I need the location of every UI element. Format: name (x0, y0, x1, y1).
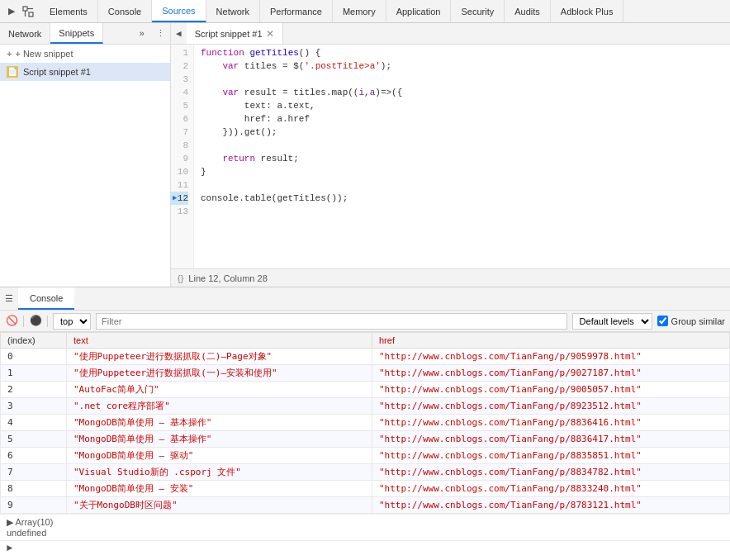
col-header-href: href (372, 333, 730, 349)
line-num-3: 3 (171, 73, 188, 86)
code-line-12: console.table(getTitles()); (201, 192, 730, 205)
line-num-2: 2 (171, 59, 188, 73)
tab-audits[interactable]: Audits (505, 0, 551, 22)
code-content[interactable]: function getTitles() { var titles = $('.… (194, 45, 730, 268)
console-tab[interactable]: Console (18, 287, 74, 310)
sidebar-tabs: Network Snippets » ⋮ (0, 23, 170, 45)
line-num-7: 7 (171, 126, 188, 139)
sidebar-tab-more[interactable]: » (132, 23, 151, 44)
sidebar-menu-icon[interactable]: ⋮ (151, 23, 170, 44)
table-row: 5 "MongoDB简单使用 — 基本操作" "http://www.cnblo… (1, 431, 730, 448)
code-line-5: text: a.text, (201, 99, 730, 112)
code-tab-active[interactable]: Script snippet #1 ✕ (187, 23, 283, 44)
tab-console[interactable]: Console (98, 0, 152, 22)
cell-href: "http://www.cnblogs.com/TianFang/p/90050… (372, 382, 730, 398)
snippet-item[interactable]: 📄 Script snippet #1 (0, 63, 170, 81)
line-num-9: 9 (171, 152, 188, 165)
status-text: Line 12, Column 28 (188, 273, 267, 283)
tab-adblock[interactable]: Adblock Plus (551, 0, 624, 22)
tab-memory[interactable]: Memory (333, 0, 386, 22)
console-area: ☰ Console 🚫 ⚫ top Default levels Group s… (0, 287, 730, 560)
line-numbers: 1 2 3 4 5 6 7 8 9 10 11 12 13 (171, 45, 194, 268)
code-line-9: return result; (201, 152, 730, 165)
cell-index: 2 (1, 382, 67, 398)
cell-text: "MongoDB简单使用 — 驱动" (67, 448, 372, 464)
console-output: (index) text href 0 "使用Puppeteer进行数据抓取(二… (0, 332, 730, 560)
table-row: 7 "Visual Studio新的 .csporj 文件" "http://w… (1, 464, 730, 481)
code-line-11 (201, 178, 730, 192)
line-num-10: 10 (171, 165, 188, 178)
tab-sources[interactable]: Sources (152, 0, 206, 22)
cursor-icon[interactable]: ▶ (5, 5, 18, 18)
code-line-1: function getTitles() { (201, 46, 730, 59)
line-num-4: 4 (171, 86, 188, 99)
sidebar-tab-snippets[interactable]: Snippets (50, 23, 103, 44)
code-tab-close-icon[interactable]: ✕ (266, 28, 274, 40)
cell-text: "MongoDB简单使用 — 基本操作" (67, 415, 372, 431)
cell-href: "http://www.cnblogs.com/TianFang/p/89235… (372, 398, 730, 415)
cell-href: "http://www.cnblogs.com/TianFang/p/90599… (372, 349, 730, 365)
snippet-name: Script snippet #1 (23, 67, 91, 77)
table-row: 1 "使用Puppeteer进行数据抓取(一)—安装和使用" "http://w… (1, 365, 730, 382)
cell-href: "http://www.cnblogs.com/TianFang/p/88358… (372, 448, 730, 464)
cell-index: 7 (1, 464, 67, 481)
group-similar-checkbox[interactable] (657, 316, 668, 326)
tab-network[interactable]: Network (206, 0, 260, 22)
filter-input[interactable] (96, 313, 567, 330)
console-input-line: ► (0, 540, 730, 556)
line-num-5: 5 (171, 99, 188, 112)
context-select[interactable]: top (53, 313, 91, 330)
line-num-12: 12 (171, 192, 188, 205)
code-line-6: href: a.href (201, 112, 730, 126)
cell-text: "MongoDB简单使用 — 基本操作" (67, 431, 372, 448)
group-similar-text: Group similar (671, 316, 725, 326)
stop-icon[interactable]: ⚫ (29, 315, 42, 328)
code-editor[interactable]: 1 2 3 4 5 6 7 8 9 10 11 12 13 function g… (171, 45, 730, 268)
cell-index: 4 (1, 415, 67, 431)
code-tab-label: Script snippet #1 (195, 29, 263, 39)
code-line-8 (201, 139, 730, 152)
sidebar-tab-network[interactable]: Network (0, 23, 50, 44)
cell-index: 9 (1, 497, 67, 514)
status-braces-icon: {} (178, 273, 183, 283)
output-table: (index) text href 0 "使用Puppeteer进行数据抓取(二… (0, 332, 730, 514)
table-row: 9 "关于MongoDB时区问题" "http://www.cnblogs.co… (1, 497, 730, 514)
cell-index: 8 (1, 481, 67, 497)
console-footer: ▶ Array(10) undefined (0, 514, 730, 540)
cell-text: "使用Puppeteer进行数据抓取(二)—Page对象" (67, 349, 372, 365)
line-num-11: 11 (171, 178, 188, 192)
toolbar-separator-2 (47, 316, 48, 327)
devtools-icons: ▶ (0, 5, 40, 18)
tab-nav-icon[interactable]: ◀ (171, 28, 187, 39)
cell-href: "http://www.cnblogs.com/TianFang/p/90271… (372, 365, 730, 382)
col-header-text: text (67, 333, 372, 349)
levels-select[interactable]: Default levels (572, 313, 652, 330)
sources-panel: Network Snippets » ⋮ + + New snippet 📄 S… (0, 23, 730, 287)
svg-rect-1 (29, 12, 33, 17)
table-row: 8 "MongoDB简单使用 — 安装" "http://www.cnblogs… (1, 481, 730, 497)
group-similar-label[interactable]: Group similar (657, 316, 725, 326)
console-input[interactable] (16, 543, 723, 554)
code-line-7: })).get(); (201, 126, 730, 139)
cell-index: 1 (1, 365, 67, 382)
tab-application[interactable]: Application (386, 0, 452, 22)
code-line-2: var titles = $('.postTitle>a'); (201, 59, 730, 73)
cell-index: 6 (1, 448, 67, 464)
clear-console-icon[interactable]: 🚫 (5, 315, 18, 328)
inspect-icon[interactable] (21, 5, 35, 18)
table-row: 0 "使用Puppeteer进行数据抓取(二)—Page对象" "http://… (1, 349, 730, 365)
toolbar-separator (23, 316, 24, 327)
line-num-1: 1 (171, 46, 188, 59)
tab-security[interactable]: Security (451, 0, 505, 22)
table-row: 2 "AutoFac简单入门" "http://www.cnblogs.com/… (1, 382, 730, 398)
code-line-13 (201, 205, 730, 218)
tab-elements[interactable]: Elements (40, 0, 98, 22)
cell-href: "http://www.cnblogs.com/TianFang/p/88364… (372, 415, 730, 431)
new-snippet-button[interactable]: + + New snippet (0, 45, 170, 63)
new-snippet-label: + New snippet (15, 49, 73, 59)
console-tab-bar: ☰ Console (0, 287, 730, 311)
tab-performance[interactable]: Performance (260, 0, 333, 22)
console-menu-icon[interactable]: ☰ (0, 293, 18, 304)
cell-index: 0 (1, 349, 67, 365)
cell-text: "MongoDB简单使用 — 安装" (67, 481, 372, 497)
